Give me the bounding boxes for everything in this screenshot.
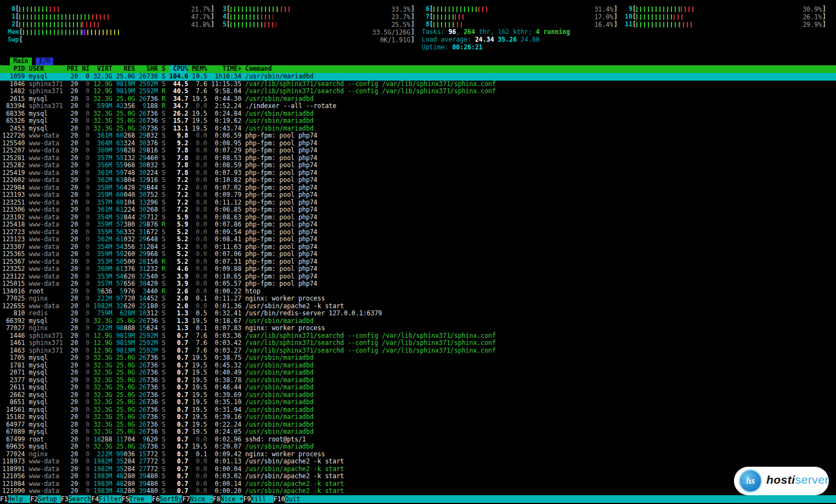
fnkey-f3[interactable]: F3: [61, 495, 69, 503]
process-row-123123[interactable]: 123123www-data200362M6103229648S5.20.00:…: [0, 236, 836, 243]
process-row-2611[interactable]: 2611mysql20032.3G25.0G26736S0.719.50:46.…: [0, 384, 836, 392]
process-row-77027[interactable]: 77027nginx200222M9888815624S1.30.10:07.8…: [0, 325, 836, 332]
process-row-123192[interactable]: 123192www-data200354M5284429712S5.90.00:…: [0, 214, 836, 222]
col-header-res[interactable]: RES: [116, 65, 135, 73]
process-row-125281[interactable]: 125281www-data200357M5513229460S7.80.00:…: [0, 155, 836, 162]
process-row-1446[interactable]: 1446sphinx37120012.9G9819M2592MS0.77.60:…: [0, 332, 836, 340]
fnkey-f1[interactable]: F1: [0, 495, 8, 503]
fnlabel-f5[interactable]: Tree: [129, 495, 152, 503]
process-row-2377[interactable]: 2377mysql20032.3G25.0G26736S0.719.50:38.…: [0, 377, 836, 384]
process-row-125418[interactable]: 125418www-data200359M5738029876R5.90.00:…: [0, 221, 836, 229]
fnlabel-f8[interactable]: Nice +: [221, 495, 244, 503]
process-row-1059[interactable]: 1059mysql20032.3G25.0G26736S104.619.51h1…: [0, 73, 836, 81]
process-row-123307[interactable]: 123307www-data200354M5435631284S5.20.00:…: [0, 243, 836, 251]
fnkey-f4[interactable]: F4: [91, 495, 99, 503]
fnlabel-f4[interactable]: Filter: [99, 495, 122, 503]
col-header-shr[interactable]: SHR: [139, 65, 158, 73]
process-row-65326[interactable]: 65326mysql20032.3G25.0G26736S15.719.50:1…: [0, 117, 836, 125]
process-row-125540[interactable]: 125540www-data200364M6332430376S9.20.00:…: [0, 140, 836, 148]
col-header-pri[interactable]: PRI: [67, 65, 78, 73]
pri-cell: 20: [67, 288, 78, 296]
fnkey-f5[interactable]: F5: [122, 495, 129, 503]
process-row-67499[interactable]: 67499root20018288117049620S0.70.00:02.96…: [0, 436, 836, 444]
col-header-user[interactable]: USER: [29, 65, 63, 73]
command-cell: /usr/sbin/mariadbd: [245, 443, 314, 451]
col-header-command[interactable]: Command: [245, 65, 272, 73]
time-cell: 0:19.62: [211, 117, 241, 125]
fnlabel-f10[interactable]: Quit: [285, 495, 308, 503]
cpu-cell: 5.2: [170, 251, 189, 258]
process-row-125365[interactable]: 125365www-data200359M5926029968S5.20.00:…: [0, 251, 836, 258]
fnlabel-f3[interactable]: Search: [69, 495, 92, 503]
process-row-1461[interactable]: 1461sphinx37120012.9G9819M2592MS0.77.60:…: [0, 339, 836, 347]
process-row-1046[interactable]: 1046sphinx37120012.9G9819M2592MS44.57.61…: [0, 81, 836, 88]
process-row-118973[interactable]: 118973www-data2001982M3528427772S0.70.00…: [0, 458, 836, 466]
process-row-123193[interactable]: 123193www-data200359M6004030752S7.20.00:…: [0, 191, 836, 199]
process-row-123252[interactable]: 123252www-data200360M6137631232R4.60.00:…: [0, 265, 836, 273]
process-row-122984[interactable]: 122984www-data200358M5642829844S7.20.00:…: [0, 184, 836, 192]
process-row-121090[interactable]: 121090www-data2001983M4828039480S0.70.00…: [0, 488, 836, 495]
fnlabel-f9[interactable]: Kill: [251, 495, 274, 503]
process-row-77024[interactable]: 77024nginx200222M9903615772S0.70.10:09.4…: [0, 451, 836, 458]
tasks-label: Tasks:: [422, 28, 448, 36]
process-row-66392[interactable]: 66392mysql20032.3G25.0G26736S1.319.50:18…: [0, 318, 836, 325]
fnkey-f8[interactable]: F8: [213, 495, 221, 503]
process-row-1463[interactable]: 1463sphinx37120012.9G9819M2592MS0.77.60:…: [0, 347, 836, 355]
process-row-125207[interactable]: 125207www-data200360M5982829816S7.80.00:…: [0, 147, 836, 155]
process-row-123251[interactable]: 123251www-data200357M6010433296S7.20.00:…: [0, 199, 836, 207]
process-row-1705[interactable]: 1705mysql20032.3G25.0G26736S0.719.50:38.…: [0, 354, 836, 362]
process-row-1482[interactable]: 1482sphinx37120012.9G9819M2592MR40.57.69…: [0, 88, 836, 95]
process-row-2662[interactable]: 2662mysql20032.3G25.0G26736S0.719.50:39.…: [0, 392, 836, 399]
fnkey-f9[interactable]: F9: [243, 495, 251, 503]
process-row-2071[interactable]: 2071mysql20032.3G25.0G26736S0.719.50:40.…: [0, 369, 836, 377]
fnkey-f6[interactable]: F6: [152, 495, 160, 503]
process-row-121084[interactable]: 121084www-data2001983M4828039480S0.70.00…: [0, 480, 836, 488]
process-row-118991[interactable]: 118991www-data2001982M3528427772S0.70.00…: [0, 466, 836, 473]
fnlabel-f6[interactable]: SortBy: [160, 495, 183, 503]
process-row-64977[interactable]: 64977mysql20032.3G25.0G26736S0.719.50:22…: [0, 421, 836, 429]
process-row-134016[interactable]: 134016root200963659763440R2.60.00:00.22h…: [0, 288, 836, 296]
process-row-68336[interactable]: 68336mysql20032.3G25.0G26736S26.219.50:2…: [0, 110, 836, 118]
col-header-ni[interactable]: NI: [82, 65, 89, 73]
process-row-8651[interactable]: 8651mysql20032.3G25.0G26736S0.719.50:35.…: [0, 399, 836, 406]
process-row-15182[interactable]: 15182mysql20032.3G25.0G26736S0.719.50:39…: [0, 414, 836, 421]
process-row-1781[interactable]: 1781mysql20032.3G25.0G26736S0.719.50:45.…: [0, 362, 836, 370]
fnlabel-f2[interactable]: Setup: [38, 495, 61, 503]
process-row-83394[interactable]: 83394sphinx371200599M423569188R34.70.02:…: [0, 103, 836, 110]
process-row-67089[interactable]: 67089mysql20032.3G25.0G26736S0.719.50:24…: [0, 428, 836, 436]
tab-main[interactable]: Main: [10, 58, 32, 65]
process-row-14561[interactable]: 14561mysql20032.3G25.0G26736S0.719.50:31…: [0, 406, 836, 414]
process-row-77025[interactable]: 77025nginx200222M9772014452S2.00.10:11.2…: [0, 295, 836, 303]
process-row-123122[interactable]: 123122www-data200353M5462032540S3.90.00:…: [0, 273, 836, 281]
process-row-125367[interactable]: 125367www-data200353M5050028156R5.20.00:…: [0, 258, 836, 266]
col-header-time[interactable]: TIME+: [211, 65, 241, 73]
fnkey-f10[interactable]: F10: [274, 495, 285, 503]
pri-cell: 20: [67, 458, 78, 466]
process-row-122655[interactable]: 122655www-data2001982M3262025180S2.00.00…: [0, 303, 836, 310]
fnlabel-f7[interactable]: Nice -: [190, 495, 213, 503]
process-row-810[interactable]: 810redis200759M628M10312S1.30.50:32.41/u…: [0, 310, 836, 318]
fnkey-f2[interactable]: F2: [30, 495, 38, 503]
ni-cell: 0: [82, 295, 89, 303]
col-header-mem[interactable]: MEM%: [192, 65, 207, 73]
process-row-122726[interactable]: 122726www-data200361M6026829032S9.80.00:…: [0, 132, 836, 140]
process-row-122723[interactable]: 122723www-data200355M5633231672S5.20.00:…: [0, 229, 836, 236]
process-row-121056[interactable]: 121056www-data2001983M4828039480S0.70.00…: [0, 473, 836, 480]
col-header-cpu-sort[interactable]: CPU%: [170, 65, 189, 73]
col-header-virt[interactable]: VIRT: [93, 65, 112, 73]
tab-io[interactable]: I/O: [36, 58, 54, 65]
process-row-125015[interactable]: 125015www-data200357M5765630420S3.90.00:…: [0, 280, 836, 288]
process-row-125419[interactable]: 125419www-data200361M5974830224S7.80.00:…: [0, 169, 836, 177]
process-row-123306[interactable]: 123306www-data200361M6122430268S7.20.00:…: [0, 206, 836, 214]
fnlabel-f1[interactable]: Help: [8, 495, 31, 503]
ni-cell: 0: [82, 406, 89, 414]
process-row-2453[interactable]: 2453mysql20032.3G25.0G26736S13.119.50:43…: [0, 125, 836, 133]
process-row-125282[interactable]: 125282www-data200356M5596830032S7.80.00:…: [0, 162, 836, 169]
col-header-pid[interactable]: PID: [2, 65, 25, 73]
process-row-2615[interactable]: 2615mysql20032.3G25.0G26736R34.719.50:44…: [0, 95, 836, 103]
process-row-122602[interactable]: 122602www-data200362M6380432916S7.20.00:…: [0, 177, 836, 184]
fnkey-f7[interactable]: F7: [182, 495, 190, 503]
col-header-state[interactable]: S: [162, 65, 166, 73]
user-cell: www-data: [29, 466, 63, 473]
process-row-69635[interactable]: 69635mysql20032.3G25.0G26736S0.719.50:20…: [0, 443, 836, 451]
